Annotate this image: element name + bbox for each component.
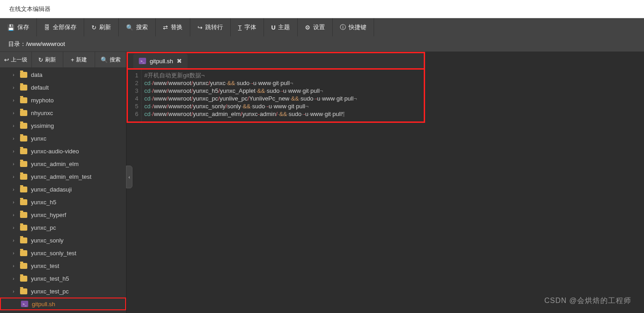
tree-item[interactable]: ›yunxc_sonly — [0, 234, 126, 247]
tree-item[interactable]: ›yunxc_test — [0, 259, 126, 272]
folder-icon — [20, 187, 27, 192]
tree-item[interactable]: ›yunxc_pc — [0, 221, 126, 234]
goto-icon: ↪ — [198, 24, 203, 31]
folder-icon — [20, 276, 27, 282]
tree-item[interactable]: ›yunxc_dadasuji — [0, 183, 126, 196]
tree-item-label: yssiming — [31, 122, 54, 129]
chevron-right-icon: › — [13, 187, 16, 192]
tree-item-label: gitpull.sh — [32, 301, 55, 308]
tree-item[interactable]: ›yunxc_test_h5 — [0, 272, 126, 285]
folder-icon — [20, 250, 27, 256]
search-icon: 🔍 — [126, 24, 133, 31]
tree-item[interactable]: ›yunxc_admin_elm — [0, 157, 126, 170]
code-content[interactable]: #开机自动更新git数据¬cd·/www/wwwroot/yunxc/yunxc… — [142, 70, 424, 121]
replace-icon: ⇄ — [163, 24, 168, 31]
editor: ‹ >_ gitpull.sh ✖ 123456 #开机自动更新git数据¬cd… — [127, 52, 644, 313]
chevron-right-icon: › — [13, 123, 16, 128]
replace-button[interactable]: ⇄替换 — [156, 18, 190, 36]
folder-icon — [20, 85, 27, 91]
watermark: CSDN @会烘焙的工程师 — [544, 296, 631, 306]
save-all-button[interactable]: 🗄全部保存 — [37, 18, 84, 36]
font-icon: T — [238, 24, 242, 31]
folder-icon — [20, 136, 27, 141]
tree-item[interactable]: ›yunxc-audio-video — [0, 145, 126, 157]
directory-label: 目录： — [8, 40, 26, 48]
save-all-icon: 🗄 — [44, 24, 50, 31]
chevron-right-icon: › — [13, 98, 16, 103]
gear-icon: ⚙ — [305, 24, 310, 31]
tree-item[interactable]: ›myphoto — [0, 94, 126, 106]
tree-item[interactable]: ›yunxc_hyperf — [0, 208, 126, 221]
tree-item[interactable]: ›nhyunxc — [0, 106, 126, 119]
tab-bar: >_ gitpull.sh ✖ — [127, 52, 425, 68]
tree-item-label: yunxc_sonly — [31, 237, 64, 244]
tree-item[interactable]: ›data — [0, 68, 126, 81]
folder-icon — [20, 97, 27, 103]
tree-item[interactable]: ›yunxc_admin_elm_test — [0, 170, 126, 183]
chevron-right-icon: › — [13, 136, 16, 141]
search-button[interactable]: 🔍搜索 — [119, 18, 156, 36]
tree-item-label: myphoto — [31, 97, 54, 104]
file-tree[interactable]: ›data›default›myphoto›nhyunxc›yssiming›y… — [0, 67, 126, 313]
tree-item[interactable]: ›yunxc_h5 — [0, 196, 126, 208]
folder-icon — [20, 110, 27, 116]
tree-item[interactable]: wwwroot_C4iWmr.tar.gz — [0, 310, 126, 313]
refresh-button[interactable]: ↻刷新 — [84, 18, 119, 36]
folder-icon — [20, 263, 27, 269]
tab-gitpull[interactable]: >_ gitpull.sh ✖ — [133, 54, 188, 68]
tree-item[interactable]: ›yssiming — [0, 119, 126, 132]
goto-button[interactable]: ↪跳转行 — [190, 18, 231, 36]
line-gutter: 123456 — [128, 70, 142, 121]
shortcuts-button[interactable]: ⓘ快捷键 — [333, 18, 374, 36]
chevron-right-icon: › — [13, 212, 16, 217]
sh-icon: >_ — [21, 301, 28, 307]
directory-path: /www/wwwroot — [26, 40, 65, 47]
close-icon[interactable]: ✖ — [177, 57, 182, 65]
side-refresh-button[interactable]: ↻刷新 — [32, 52, 64, 67]
refresh-icon: ↻ — [38, 56, 43, 63]
tree-item-label: data — [31, 71, 42, 78]
tree-item-label: yunxc_test — [31, 263, 59, 269]
tree-item[interactable]: ›yunxc — [0, 132, 126, 145]
theme-icon: U — [271, 24, 275, 31]
folder-icon — [20, 288, 27, 294]
app-title: 在线文本编辑器 — [9, 5, 51, 13]
tree-item-label: yunxc_hyperf — [31, 212, 66, 218]
folder-icon — [20, 161, 27, 167]
directory-bar: 目录： /www/wwwroot — [0, 36, 644, 52]
font-button[interactable]: T字体 — [231, 18, 264, 36]
save-button[interactable]: 💾保存 — [0, 18, 37, 36]
chevron-right-icon: › — [13, 263, 16, 268]
tree-item[interactable]: ›default — [0, 81, 126, 94]
folder-icon — [20, 237, 27, 243]
refresh-icon: ↻ — [91, 24, 96, 31]
side-search-button[interactable]: 🔍搜索 — [95, 52, 127, 67]
tree-item-label: yunxc_h5 — [31, 199, 56, 206]
new-button[interactable]: +新建 — [63, 52, 95, 67]
theme-button[interactable]: U主题 — [264, 18, 298, 36]
tree-item-label: yunxc_test_h5 — [31, 275, 69, 282]
folder-icon — [20, 123, 27, 129]
settings-button[interactable]: ⚙设置 — [298, 18, 333, 36]
tree-item-label: yunxc_dadasuji — [31, 186, 72, 193]
tree-item-label: yunxc-audio-video — [31, 148, 79, 155]
search-icon: 🔍 — [101, 56, 108, 63]
tree-item-label: yunxc — [31, 135, 46, 142]
tree-item[interactable]: ›yunxc_test_pc — [0, 285, 126, 298]
tree-item-label: yunxc_admin_elm — [31, 161, 79, 167]
tree-item[interactable]: >_gitpull.sh — [0, 298, 126, 310]
chevron-right-icon: › — [13, 162, 16, 167]
sidebar: ↩上一级 ↻刷新 +新建 🔍搜索 ›data›default›myphoto›n… — [0, 52, 127, 313]
app-header: 在线文本编辑器 — [0, 0, 644, 18]
folder-icon — [20, 174, 27, 180]
folder-icon — [20, 72, 27, 78]
tree-item[interactable]: ›yunxc_sonly_test — [0, 247, 126, 259]
plus-icon: + — [71, 56, 74, 63]
tab-label: gitpull.sh — [150, 58, 173, 65]
chevron-right-icon: › — [13, 238, 16, 243]
folder-icon — [20, 225, 27, 231]
up-button[interactable]: ↩上一级 — [0, 52, 32, 67]
collapse-handle[interactable]: ‹ — [126, 166, 132, 188]
code-area[interactable]: 123456 #开机自动更新git数据¬cd·/www/wwwroot/yunx… — [127, 68, 425, 123]
tree-item-label: default — [31, 84, 49, 91]
